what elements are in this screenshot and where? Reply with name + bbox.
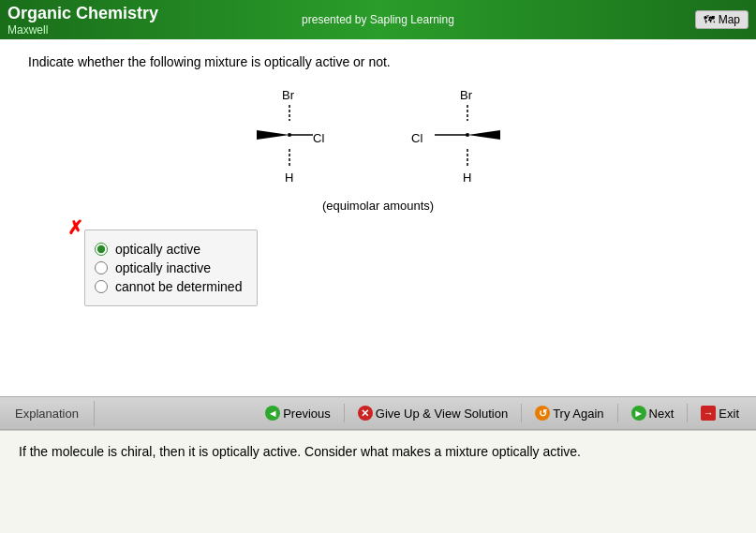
question-text: Indicate whether the following mixture i…: [28, 54, 728, 69]
app-subtitle: Maxwell: [7, 23, 158, 37]
app-title: Organic Chemistry: [7, 4, 158, 23]
previous-button[interactable]: ◄ Previous: [258, 404, 338, 422]
svg-text:Cl: Cl: [313, 131, 324, 145]
try-again-icon: ↺: [535, 406, 550, 421]
svg-text:H: H: [285, 170, 293, 185]
give-up-label: Give Up & View Solution: [376, 407, 508, 421]
radio-optically-inactive[interactable]: [95, 261, 108, 274]
svg-text:Br: Br: [282, 88, 295, 102]
try-again-label: Try Again: [553, 407, 603, 421]
give-up-button[interactable]: ✕ Give Up & View Solution: [350, 404, 515, 422]
radio-group-container: ✗ optically active optically inactive ca…: [84, 229, 258, 306]
next-button[interactable]: ► Next: [624, 404, 682, 422]
give-up-icon: ✕: [358, 406, 373, 421]
exit-button[interactable]: → Exit: [693, 404, 747, 422]
molecule-2: Br H Cl: [407, 88, 528, 191]
divider-3: [617, 404, 618, 422]
molecule-1: Br H Cl: [229, 88, 350, 191]
presented-by: presented by Sapling Learning: [302, 13, 454, 26]
svg-text:H: H: [463, 170, 471, 185]
map-icon: 🗺: [704, 13, 715, 26]
radio-item-optically-inactive[interactable]: optically inactive: [95, 260, 242, 275]
svg-marker-5: [257, 130, 289, 140]
explanation-tab-label: Explanation: [0, 401, 95, 426]
svg-text:Cl: Cl: [411, 131, 422, 145]
previous-icon: ◄: [265, 406, 280, 421]
next-label: Next: [649, 407, 674, 421]
main-content: Indicate whether the following mixture i…: [0, 39, 756, 377]
divider-4: [687, 404, 688, 422]
radio-item-cannot-be-determined[interactable]: cannot be determined: [95, 279, 242, 294]
divider-1: [344, 404, 345, 422]
previous-label: Previous: [283, 407, 331, 421]
bottom-toolbar: Explanation ◄ Previous ✕ Give Up & View …: [0, 396, 756, 430]
radio-label-cannot-be-determined[interactable]: cannot be determined: [115, 279, 242, 294]
map-button[interactable]: 🗺 Map: [695, 10, 749, 29]
next-icon: ►: [631, 406, 646, 421]
radio-optically-active[interactable]: [95, 243, 108, 256]
radio-box: optically active optically inactive cann…: [84, 229, 258, 306]
app-header: Organic Chemistry Maxwell presented by S…: [0, 0, 756, 39]
explanation-section: If the molecule is chiral, then it is op…: [0, 430, 756, 533]
explanation-text: If the molecule is chiral, then it is op…: [19, 442, 737, 462]
divider-2: [521, 404, 522, 422]
radio-label-optically-inactive[interactable]: optically inactive: [115, 260, 211, 275]
try-again-button[interactable]: ↺ Try Again: [527, 404, 611, 422]
header-title-block: Organic Chemistry Maxwell: [7, 4, 158, 37]
svg-marker-13: [467, 130, 500, 140]
exit-label: Exit: [719, 407, 739, 421]
wrong-icon: ✗: [67, 216, 83, 239]
radio-cannot-be-determined[interactable]: [95, 280, 108, 293]
svg-point-15: [466, 133, 469, 137]
exit-icon: →: [701, 406, 716, 421]
svg-text:Br: Br: [460, 88, 473, 102]
equimolar-label: (equimolar amounts): [28, 199, 728, 213]
radio-item-optically-active[interactable]: optically active: [95, 242, 242, 257]
map-button-label: Map: [719, 13, 740, 26]
molecules-container: Br H Cl Br H Cl: [28, 88, 728, 191]
radio-label-optically-active[interactable]: optically active: [115, 242, 200, 257]
svg-point-7: [288, 133, 291, 137]
